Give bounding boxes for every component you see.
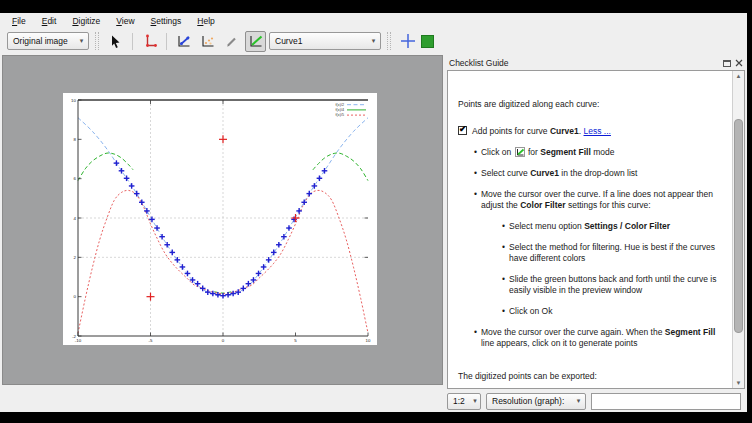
bullet-icon: •	[502, 274, 505, 285]
checklist-step: •Move the cursor over the curve again. W…	[474, 327, 725, 349]
select-tool-button[interactable]	[105, 31, 126, 52]
menubar: FileEditDigitizeViewSettingsHelp	[0, 13, 747, 28]
bullet-icon: •	[502, 221, 505, 232]
green-swatch-icon[interactable]	[421, 35, 434, 48]
svg-text:f(x)/2: f(x)/2	[336, 103, 344, 107]
svg-text:4: 4	[74, 216, 77, 221]
svg-text:f(x)/4: f(x)/4	[336, 108, 344, 112]
color-picker-pencil-icon	[224, 34, 239, 49]
bullet-icon: •	[474, 189, 477, 200]
checklist-step: •Select the method for filtering. Hue is…	[502, 242, 725, 264]
engauge-window: FileEditDigitizeViewSettingsHelp Origina…	[0, 13, 747, 412]
checklist-content: Points are digitized along each curve:Ad…	[448, 71, 731, 388]
menu-digitize[interactable]: Digitize	[64, 15, 108, 27]
segment-fill-icon	[515, 147, 525, 157]
scroll-up-arrow-icon[interactable]: ▲	[733, 71, 744, 81]
checklist-panel-title: Checklist Guide	[449, 58, 509, 68]
checklist-guide-panel: Checklist Guide Points are digitized alo…	[445, 55, 746, 390]
bullet-icon: •	[474, 147, 477, 158]
svg-text:2: 2	[74, 255, 77, 260]
background-selector-combo[interactable]: Original image ▾	[7, 32, 89, 50]
add-points-task-checkbox[interactable]	[458, 126, 467, 135]
crosshair-icon	[400, 33, 416, 49]
checklist-link[interactable]: Less ...	[584, 126, 611, 136]
svg-text:0: 0	[222, 338, 225, 343]
statusbar: 1:2 ▾ Resolution (graph): ▾	[0, 390, 747, 412]
menu-settings[interactable]: Settings	[143, 15, 190, 27]
segment-fill-icon	[248, 33, 264, 49]
menu-view[interactable]: View	[108, 15, 142, 27]
zoom-value: 1:2	[448, 396, 470, 406]
bullet-icon: •	[502, 242, 505, 253]
cursor-arrow-icon	[108, 34, 123, 49]
menu-help[interactable]: Help	[189, 15, 222, 27]
checklist-panel-body: Points are digitized along each curve:Ad…	[447, 70, 745, 389]
chevron-down-icon: ▾	[75, 33, 88, 49]
axis-point-tool-button[interactable]	[139, 31, 160, 52]
segment-fill-tool-button[interactable]	[245, 31, 266, 52]
checklist-step: •Select curve Curve1 in the drop-down li…	[474, 168, 725, 179]
resolution-combo[interactable]: Resolution (graph): ▾	[486, 393, 586, 410]
menu-file[interactable]: File	[4, 15, 34, 27]
axis-point-icon	[142, 33, 158, 49]
zoom-combo[interactable]: 1:2 ▾	[447, 393, 481, 410]
menu-edit[interactable]: Edit	[34, 15, 65, 27]
bullet-icon: •	[502, 306, 505, 317]
svg-text:-10: -10	[75, 338, 82, 343]
point-match-icon	[200, 33, 216, 49]
checklist-step: •Click on for Segment Fill mode	[474, 147, 725, 158]
checklist-step: •Slide the green buttons back and forth …	[502, 274, 725, 296]
curve-selector-value: Curve1	[270, 36, 367, 46]
bullet-icon: •	[474, 168, 477, 179]
chevron-down-icon: ▾	[572, 393, 585, 409]
toolbar-separator	[132, 33, 133, 50]
chevron-down-icon: ▾	[470, 393, 480, 409]
close-panel-button[interactable]	[734, 58, 743, 67]
checklist-scrollbar[interactable]: ▲ ▼	[732, 71, 744, 388]
svg-text:8: 8	[74, 137, 77, 142]
close-icon	[735, 59, 743, 67]
curve-point-icon	[176, 33, 192, 49]
svg-text:10: 10	[71, 98, 76, 103]
checklist-step: •Move the cursor over the curve. If a li…	[474, 189, 725, 211]
graph-sheet: 1086420-2-10-50510f(x)/2f(x)/4f(x)/5	[63, 93, 377, 345]
toolbar-separator	[166, 33, 167, 50]
checklist-outro: The digitized points can be exported:	[458, 371, 725, 382]
status-text-input[interactable]	[591, 393, 741, 410]
float-icon	[723, 59, 731, 67]
image-canvas[interactable]: 1086420-2-10-50510f(x)/2f(x)/4f(x)/5	[2, 55, 443, 385]
bullet-icon: •	[474, 327, 477, 338]
crosshair-button[interactable]	[397, 31, 418, 52]
add-points-task: Add points for curve Curve1. Less ...	[458, 126, 725, 137]
svg-text:0: 0	[74, 294, 77, 299]
svg-text:f(x)/5: f(x)/5	[336, 113, 344, 117]
toolbar-handle	[387, 32, 391, 50]
svg-text:6: 6	[74, 176, 77, 181]
graph-image: 1086420-2-10-50510f(x)/2f(x)/4f(x)/5	[63, 93, 377, 345]
checklist-panel-titlebar: Checklist Guide	[445, 55, 746, 70]
float-panel-button[interactable]	[722, 58, 731, 67]
color-picker-tool-button[interactable]	[221, 31, 242, 52]
resolution-label: Resolution (graph):	[487, 396, 572, 406]
background-selector-value: Original image	[8, 36, 75, 46]
checklist-intro: Points are digitized along each curve:	[458, 99, 725, 110]
screen: FileEditDigitizeViewSettingsHelp Origina…	[0, 0, 752, 423]
toolbar-handle	[95, 32, 99, 50]
svg-text:5: 5	[294, 338, 297, 343]
svg-text:10: 10	[366, 338, 371, 343]
scroll-down-arrow-icon[interactable]: ▼	[733, 378, 744, 388]
scrollbar-thumb[interactable]	[734, 119, 743, 333]
checklist-step: •Select menu option Settings / Color Fil…	[502, 221, 725, 232]
curve-selector-combo[interactable]: Curve1 ▾	[269, 32, 381, 50]
checklist-step: •Click on Ok	[502, 306, 725, 317]
curve-point-tool-button[interactable]	[173, 31, 194, 52]
chevron-down-icon: ▾	[367, 33, 380, 49]
toolbar: Original image ▾	[0, 28, 747, 54]
point-match-tool-button[interactable]	[197, 31, 218, 52]
main-area: 1086420-2-10-50510f(x)/2f(x)/4f(x)/5 Che…	[0, 54, 747, 390]
svg-text:-5: -5	[149, 338, 153, 343]
